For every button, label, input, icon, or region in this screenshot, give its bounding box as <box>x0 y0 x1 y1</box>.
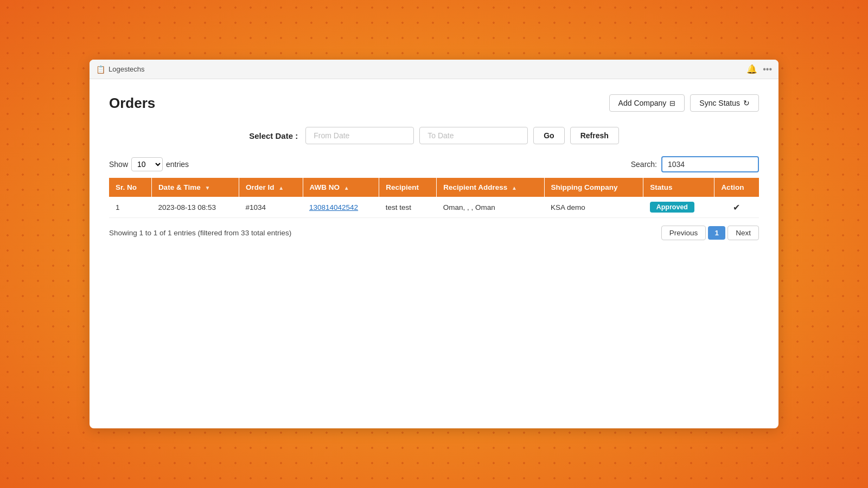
sort-icon-order: ▲ <box>278 185 284 191</box>
cell-order-id: #1034 <box>239 197 303 218</box>
table-controls: Show 10 25 50 100 entries Search: <box>109 156 759 172</box>
col-status: Status <box>643 178 714 197</box>
to-date-input[interactable] <box>419 127 528 144</box>
page-content: Orders Add Company ⊟ Sync Status ↻ Selec… <box>90 79 778 260</box>
current-page: 1 <box>708 226 725 240</box>
show-entries-control: Show 10 25 50 100 entries <box>109 157 189 171</box>
orders-table: Sr. No Date & Time ▼ Order Id ▲ AWB NO ▲… <box>109 178 759 218</box>
sort-icon-awb: ▲ <box>344 185 349 191</box>
refresh-button[interactable]: Refresh <box>570 127 619 144</box>
entries-label: entries <box>166 160 189 169</box>
show-label: Show <box>109 160 128 169</box>
table-header: Sr. No Date & Time ▼ Order Id ▲ AWB NO ▲… <box>109 178 759 197</box>
showing-text: Showing 1 to 1 of 1 entries (filtered fr… <box>109 229 291 237</box>
cell-awb-no[interactable]: 130814042542 <box>303 197 379 218</box>
sort-icon-date: ▼ <box>205 185 210 191</box>
col-awb-no[interactable]: AWB NO ▲ <box>303 178 379 197</box>
previous-button[interactable]: Previous <box>661 226 706 240</box>
refresh-icon: ↻ <box>743 99 750 107</box>
titlebar: 📋 Logestechs 🔔 ••• <box>90 60 778 79</box>
action-check-icon[interactable]: ✔ <box>733 203 740 212</box>
pin-icon[interactable]: 🔔 <box>746 64 757 74</box>
search-box: Search: <box>631 156 759 172</box>
main-window: 📋 Logestechs 🔔 ••• Orders Add Company ⊟ … <box>90 60 778 428</box>
date-filter-label: Select Date : <box>249 131 298 140</box>
col-recipient: Recipient <box>379 178 437 197</box>
add-company-button[interactable]: Add Company ⊟ <box>609 94 685 112</box>
more-icon[interactable]: ••• <box>763 65 772 74</box>
pagination: Previous 1 Next <box>661 226 759 240</box>
page-title: Orders <box>109 95 155 112</box>
table-row: 1 2023-08-13 08:53 #1034 130814042542 te… <box>109 197 759 218</box>
go-button[interactable]: Go <box>533 127 564 144</box>
table-body: 1 2023-08-13 08:53 #1034 130814042542 te… <box>109 197 759 218</box>
next-button[interactable]: Next <box>727 226 759 240</box>
cell-action[interactable]: ✔ <box>714 197 759 218</box>
awb-link[interactable]: 130814042542 <box>309 203 358 211</box>
date-filter-row: Select Date : Go Refresh <box>109 127 759 144</box>
col-sr-no: Sr. No <box>109 178 151 197</box>
sort-icon-addr: ▲ <box>512 185 517 191</box>
table-footer: Showing 1 to 1 of 1 entries (filtered fr… <box>109 226 759 240</box>
cell-recipient: test test <box>379 197 437 218</box>
col-shipping-company: Shipping Company <box>544 178 643 197</box>
cell-shipping-company: KSA demo <box>544 197 643 218</box>
page-header: Orders Add Company ⊟ Sync Status ↻ <box>109 94 759 112</box>
search-label: Search: <box>631 160 657 169</box>
entries-select[interactable]: 10 25 50 100 <box>131 157 163 171</box>
filter-icon: ⊟ <box>669 99 675 107</box>
col-action: Action <box>714 178 759 197</box>
add-company-label: Add Company <box>618 99 667 107</box>
cell-sr-no: 1 <box>109 197 151 218</box>
status-badge: Approved <box>650 202 694 213</box>
col-date-time[interactable]: Date & Time ▼ <box>151 178 239 197</box>
titlebar-left: 📋 Logestechs <box>96 65 145 74</box>
cell-recipient-address: Oman, , , Oman <box>437 197 544 218</box>
sync-status-label: Sync Status <box>699 99 740 107</box>
sync-status-button[interactable]: Sync Status ↻ <box>690 94 759 112</box>
col-order-id[interactable]: Order Id ▲ <box>239 178 303 197</box>
cell-date-time: 2023-08-13 08:53 <box>151 197 239 218</box>
app-title: Logestechs <box>108 65 145 73</box>
cell-status: Approved <box>643 197 714 218</box>
search-input[interactable] <box>661 156 759 172</box>
header-actions: Add Company ⊟ Sync Status ↻ <box>609 94 759 112</box>
titlebar-controls: 🔔 ••• <box>746 64 772 74</box>
col-recipient-address[interactable]: Recipient Address ▲ <box>437 178 544 197</box>
from-date-input[interactable] <box>305 127 414 144</box>
app-icon: 📋 <box>96 65 105 74</box>
